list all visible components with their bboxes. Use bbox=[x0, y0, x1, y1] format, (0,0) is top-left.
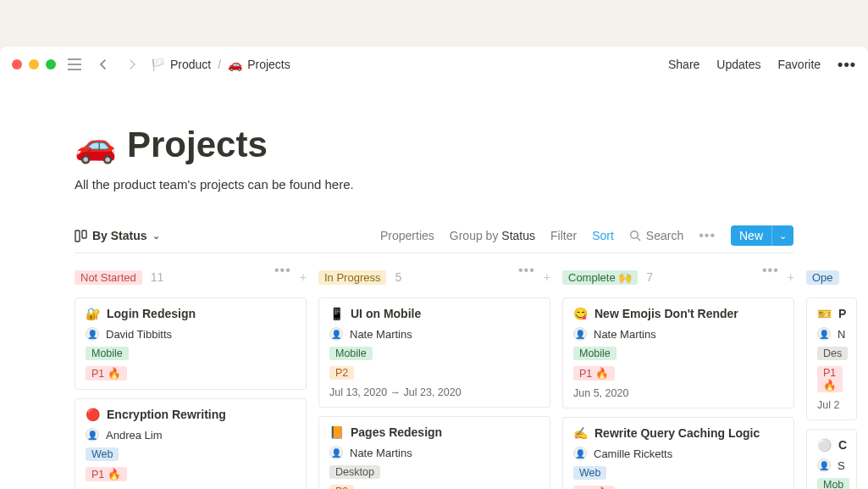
properties-button[interactable]: Properties bbox=[380, 229, 434, 242]
card-date: Jun 5, 2020 bbox=[573, 387, 783, 399]
status-pill[interactable]: Complete 🙌 bbox=[562, 270, 638, 285]
column-more-icon[interactable]: ••• bbox=[518, 270, 535, 284]
card-emoji: 📱 bbox=[329, 307, 344, 320]
sort-button[interactable]: Sort bbox=[592, 229, 614, 242]
svg-point-2 bbox=[631, 231, 639, 239]
board-card[interactable]: 🔴Encryption Rewriting👤Andrea LimWebP1 🔥 bbox=[75, 398, 307, 489]
svg-rect-0 bbox=[75, 231, 80, 242]
nav-forward-button[interactable] bbox=[122, 54, 142, 75]
board-card[interactable]: ✍️Rewrite Query Caching Logic👤Camille Ri… bbox=[562, 417, 794, 489]
status-pill[interactable]: Not Started bbox=[75, 270, 142, 285]
priority-tag: P1 🔥 bbox=[86, 366, 127, 381]
avatar-icon: 👤 bbox=[817, 327, 831, 341]
card-title: Login Redesign bbox=[107, 307, 196, 320]
chevron-down-icon: ⌄ bbox=[152, 231, 160, 242]
card-assignee: Andrea Lim bbox=[106, 429, 162, 442]
avatar-icon: 👤 bbox=[573, 327, 587, 341]
board-column: Not Started11 ••• +🔐Login Redesign👤David… bbox=[75, 265, 307, 489]
page-body: 🚗 Projects All the product team's projec… bbox=[0, 82, 868, 489]
column-more-icon[interactable]: ••• bbox=[274, 270, 291, 284]
avatar-icon: 👤 bbox=[329, 446, 343, 459]
database-toolbar: By Status ⌄ Properties Group by Status F… bbox=[75, 225, 793, 253]
avatar-icon: 👤 bbox=[817, 458, 831, 472]
search-button[interactable]: Search bbox=[629, 229, 683, 242]
board-column: In Progress5 ••• +📱UI on Mobile👤Nate Mar… bbox=[318, 265, 550, 489]
card-title: C bbox=[838, 438, 847, 452]
card-emoji: ✍️ bbox=[573, 426, 588, 440]
board-column: Ope🎫P👤NDesP1 🔥Jul 2⚪C👤SMobP4 bbox=[806, 265, 857, 489]
breadcrumb-label: Projects bbox=[247, 58, 290, 71]
column-count: 11 bbox=[151, 270, 164, 284]
maximize-window[interactable] bbox=[46, 59, 56, 69]
column-more-icon[interactable]: ••• bbox=[762, 270, 779, 284]
toolbar-right: Properties Group by Status Filter Sort S… bbox=[380, 225, 793, 246]
share-button[interactable]: Share bbox=[668, 58, 699, 71]
avatar-icon: 👤 bbox=[573, 447, 587, 460]
page-emoji[interactable]: 🚗 bbox=[75, 125, 117, 165]
breadcrumb-projects[interactable]: 🚗 Projects bbox=[228, 58, 290, 71]
titlebar: 🏳️ Product / 🚗 Projects Share Updates Fa… bbox=[0, 47, 868, 82]
page-subtitle[interactable]: All the product team's projects can be f… bbox=[75, 177, 793, 192]
hamburger-icon[interactable] bbox=[64, 54, 85, 75]
close-window[interactable] bbox=[12, 59, 22, 69]
page-title: 🚗 Projects bbox=[75, 125, 793, 165]
column-header: Ope bbox=[806, 265, 857, 289]
card-emoji: 🔐 bbox=[86, 307, 100, 320]
breadcrumb-product[interactable]: 🏳️ Product bbox=[151, 58, 211, 71]
status-pill[interactable]: Ope bbox=[806, 270, 839, 285]
board-card[interactable]: 🎫P👤NDesP1 🔥Jul 2 bbox=[806, 297, 857, 420]
column-add-icon[interactable]: + bbox=[544, 270, 550, 284]
traffic-lights bbox=[12, 59, 56, 69]
card-assignee: Camille Ricketts bbox=[594, 447, 672, 460]
board-card[interactable]: 🔐Login Redesign👤David TibbittsMobileP1 🔥 bbox=[75, 297, 307, 390]
titlebar-right: Share Updates Favorite ••• bbox=[668, 58, 856, 71]
nav-back-button[interactable] bbox=[93, 54, 113, 75]
group-by-button[interactable]: Group by Status bbox=[450, 229, 535, 242]
column-add-icon[interactable]: + bbox=[788, 270, 794, 284]
column-actions: ••• + bbox=[274, 270, 307, 284]
priority-tag: P1 🔥 bbox=[573, 366, 615, 381]
card-title: New Emojis Don't Render bbox=[594, 307, 738, 320]
column-header: Not Started11 ••• + bbox=[75, 265, 307, 289]
breadcrumb-separator: / bbox=[218, 58, 221, 71]
new-button[interactable]: New ⌄ bbox=[731, 225, 793, 246]
board-card[interactable]: 📱UI on Mobile👤Nate MartinsMobileP2Jul 13… bbox=[318, 297, 550, 408]
column-count: 7 bbox=[646, 270, 653, 284]
avatar-icon: 👤 bbox=[86, 428, 99, 442]
board-icon bbox=[75, 230, 87, 242]
card-emoji: 🔴 bbox=[86, 408, 100, 421]
breadcrumb-label: Product bbox=[170, 58, 211, 71]
priority-tag: P2 bbox=[329, 485, 354, 489]
card-date: Jul 2 bbox=[817, 399, 846, 411]
card-assignee: David Tibbitts bbox=[106, 328, 172, 341]
search-icon bbox=[629, 230, 641, 242]
minimize-window[interactable] bbox=[29, 59, 39, 69]
platform-tag: Mobile bbox=[573, 347, 616, 360]
platform-tag: Des bbox=[817, 347, 848, 360]
filter-button[interactable]: Filter bbox=[550, 229, 577, 242]
board-card[interactable]: 😋New Emojis Don't Render👤Nate MartinsMob… bbox=[562, 297, 794, 408]
new-dropdown[interactable]: ⌄ bbox=[771, 225, 793, 246]
view-selector[interactable]: By Status ⌄ bbox=[75, 229, 160, 242]
status-pill[interactable]: In Progress bbox=[318, 270, 386, 285]
favorite-button[interactable]: Favorite bbox=[778, 58, 821, 71]
priority-tag: P2 bbox=[329, 366, 354, 380]
board-card[interactable]: ⚪C👤SMobP4 bbox=[806, 429, 857, 489]
card-assignee: Nate Martins bbox=[350, 328, 412, 341]
card-title: Pages Redesign bbox=[351, 425, 442, 439]
app-window: 🏳️ Product / 🚗 Projects Share Updates Fa… bbox=[0, 47, 868, 489]
page-title-text[interactable]: Projects bbox=[127, 125, 268, 165]
column-header: In Progress5 ••• + bbox=[318, 265, 550, 289]
card-date: Jul 13, 2020 → Jul 23, 2020 bbox=[329, 386, 539, 398]
platform-tag: Mobile bbox=[329, 347, 373, 360]
priority-tag: P1 🔥 bbox=[86, 467, 127, 481]
card-title: UI on Mobile bbox=[351, 307, 421, 320]
flag-icon: 🏳️ bbox=[151, 58, 165, 71]
platform-tag: Web bbox=[573, 466, 606, 480]
column-add-icon[interactable]: + bbox=[300, 270, 307, 284]
priority-tag: P1 🔥 bbox=[817, 366, 843, 392]
platform-tag: Desktop bbox=[329, 465, 380, 479]
updates-button[interactable]: Updates bbox=[716, 58, 760, 71]
board-card[interactable]: 📙Pages Redesign👤Nate MartinsDesktopP2 bbox=[318, 416, 550, 489]
kanban-board: Not Started11 ••• +🔐Login Redesign👤David… bbox=[75, 265, 793, 489]
